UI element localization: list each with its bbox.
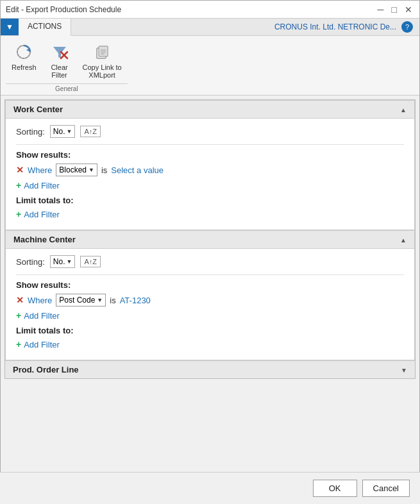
section-work-center: Work Center Sorting: No. ▼ A↑Z Show resu… (5, 100, 415, 230)
machine-center-sorting-row: Sorting: No. ▼ A↑Z (16, 255, 404, 268)
work-center-header[interactable]: Work Center (6, 101, 414, 119)
copy-link-icon (92, 42, 112, 62)
ribbon-content: Refresh ClearFilter (1, 36, 419, 95)
refresh-icon (13, 42, 34, 62)
mc-sort-az-icon: A↑Z (84, 258, 97, 265)
machine-center-add-filter-2[interactable]: + Add Filter (16, 339, 404, 349)
work-center-add-filter-2[interactable]: + Add Filter (16, 209, 404, 219)
dropdown-arrow-icon: ▼ (6, 22, 13, 31)
sort-az-icon: A↑Z (84, 128, 97, 135)
machine-center-content: Sorting: No. ▼ A↑Z Show results: ✕ Where… (6, 249, 414, 360)
mc-add-filter-label-1: Add Filter (24, 311, 60, 321)
mc-sort-field-arrow-icon: ▼ (67, 258, 72, 265)
footer: OK Cancel (0, 472, 420, 504)
work-center-filter-field[interactable]: Blocked ▼ (56, 164, 97, 176)
help-button[interactable]: ? (401, 21, 413, 33)
clear-filter-button[interactable]: ClearFilter (44, 38, 76, 82)
refresh-label: Refresh (12, 63, 37, 71)
machine-center-sort-field[interactable]: No. ▼ (50, 255, 76, 268)
work-center-filter-value[interactable]: Select a value (111, 165, 164, 175)
work-center-add-filter-1[interactable]: + Add Filter (16, 180, 404, 190)
window-title: Edit - Export Production Schedule (6, 5, 121, 14)
machine-center-show-results: Show results: (16, 280, 404, 290)
machine-center-collapse-icon (400, 235, 407, 244)
mc-add-filter-icon-1: + (16, 310, 21, 321)
sorting-label-1: Sorting: (16, 127, 45, 137)
machine-center-sort-field-value: No. (53, 257, 65, 266)
cancel-button[interactable]: Cancel (362, 480, 410, 497)
machine-center-sort-direction[interactable]: A↑Z (80, 256, 101, 267)
copy-link-label: Copy Link toXMLport (83, 63, 122, 79)
main-content: Work Center Sorting: No. ▼ A↑Z Show resu… (4, 99, 416, 379)
ribbon-group-general: Refresh ClearFilter (6, 38, 128, 92)
mc-add-filter-label-2: Add Filter (24, 340, 60, 349)
refresh-button[interactable]: Refresh (6, 38, 42, 82)
svg-marker-1 (53, 47, 66, 58)
machine-center-add-filter-1[interactable]: + Add Filter (16, 310, 404, 321)
clear-filter-icon (49, 42, 70, 62)
machine-center-remove-filter-button[interactable]: ✕ (16, 296, 24, 305)
machine-center-filter-field-value: Post Code (59, 296, 95, 305)
divider-2 (16, 274, 404, 275)
prod-order-line-title: Prod. Order Line (13, 365, 79, 374)
prod-order-line-expand-icon (401, 365, 407, 374)
ribbon: ▼ ACTIONS CRONUS Int. Ltd. NETRONIC De..… (1, 19, 419, 96)
close-button[interactable]: ✕ (403, 4, 414, 15)
window-controls: ─ □ ✕ (376, 4, 414, 15)
copy-link-button[interactable]: Copy Link toXMLport (77, 38, 128, 82)
machine-center-header[interactable]: Machine Center (6, 231, 414, 249)
svg-marker-0 (26, 48, 30, 52)
ribbon-tab-bar: ▼ ACTIONS CRONUS Int. Ltd. NETRONIC De..… (1, 19, 419, 36)
svg-rect-5 (99, 46, 108, 56)
mc-add-filter-icon-2: + (16, 339, 21, 349)
sorting-label-2: Sorting: (16, 257, 45, 267)
title-bar: Edit - Export Production Schedule ─ □ ✕ (1, 1, 419, 19)
clear-filter-label: ClearFilter (51, 63, 67, 79)
machine-center-filter-field[interactable]: Post Code ▼ (56, 294, 106, 307)
ok-button[interactable]: OK (313, 480, 357, 497)
add-filter-icon-2: + (16, 209, 21, 219)
mc-filter-field-arrow-icon: ▼ (97, 297, 103, 303)
work-center-show-results: Show results: (16, 150, 404, 160)
machine-center-limit-totals: Limit totals to: (16, 326, 404, 335)
section-machine-center: Machine Center Sorting: No. ▼ A↑Z Show r… (5, 230, 415, 360)
work-center-where-label[interactable]: Where (28, 165, 52, 175)
work-center-filter-row: ✕ Where Blocked ▼ is Select a value (16, 164, 404, 176)
maximize-button[interactable]: □ (390, 4, 399, 15)
sort-field-arrow-icon: ▼ (67, 128, 72, 135)
add-filter-label-1: Add Filter (24, 181, 60, 190)
ribbon-group-label: General (6, 83, 128, 92)
machine-center-title: Machine Center (13, 235, 76, 244)
work-center-sort-field[interactable]: No. ▼ (50, 125, 76, 138)
minimize-button[interactable]: ─ (376, 4, 386, 15)
machine-center-where-label[interactable]: Where (28, 296, 52, 305)
tab-actions[interactable]: ACTIONS (19, 19, 71, 36)
machine-center-filter-is: is (110, 296, 115, 305)
machine-center-filter-value[interactable]: AT-1230 (120, 296, 151, 305)
work-center-filter-is: is (101, 165, 107, 175)
add-filter-label-2: Add Filter (24, 210, 60, 219)
work-center-sort-direction[interactable]: A↑Z (80, 126, 101, 137)
work-center-filter-field-value: Blocked (59, 165, 87, 174)
work-center-collapse-icon (400, 105, 407, 114)
add-filter-icon-1: + (16, 180, 21, 190)
machine-center-filter-row: ✕ Where Post Code ▼ is AT-1230 (16, 294, 404, 307)
company-name: CRONUS Int. Ltd. NETRONIC De... (274, 22, 396, 31)
ribbon-buttons: Refresh ClearFilter (6, 38, 128, 82)
ribbon-company-info: CRONUS Int. Ltd. NETRONIC De... ? (268, 19, 419, 35)
work-center-limit-totals: Limit totals to: (16, 196, 404, 205)
prod-order-line-section[interactable]: Prod. Order Line (5, 360, 415, 378)
work-center-sorting-row: Sorting: No. ▼ A↑Z (16, 125, 404, 138)
divider-1 (16, 144, 404, 145)
work-center-title: Work Center (13, 105, 63, 114)
filter-field-arrow-icon: ▼ (88, 167, 94, 173)
work-center-sort-field-value: No. (53, 127, 65, 136)
tab-dropdown-button[interactable]: ▼ (1, 19, 19, 35)
work-center-content: Sorting: No. ▼ A↑Z Show results: ✕ Where… (6, 119, 414, 230)
work-center-remove-filter-button[interactable]: ✕ (16, 165, 24, 174)
